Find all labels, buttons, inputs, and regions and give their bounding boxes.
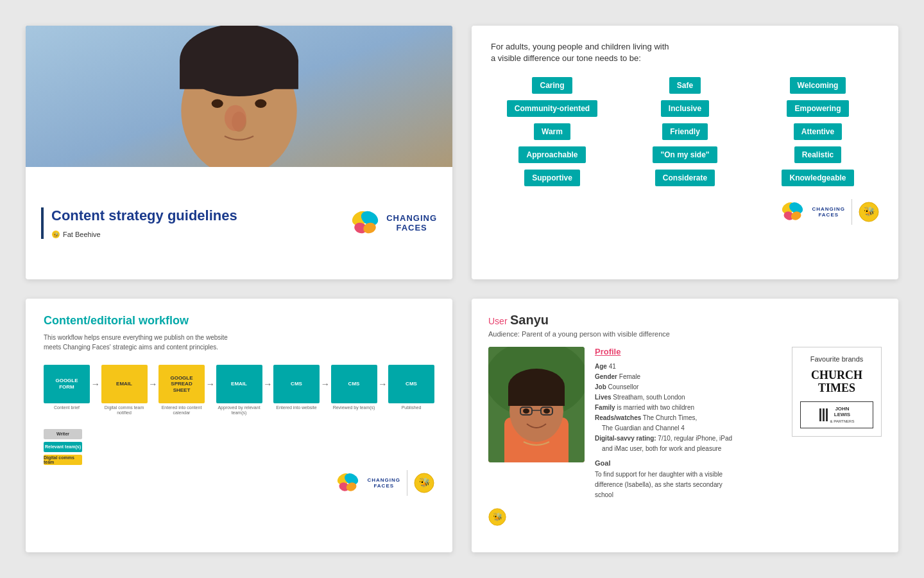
wf-step-1: GOOGLEFORM Content brief [44,365,90,410]
slide-content-area: Content strategy guidelines 🐝 Fat Beehiv… [26,167,452,279]
svg-point-8 [255,100,266,109]
fat-beehive-brand: 🐝 Fat Beehive [51,230,237,239]
tone-tag: Welcoming [790,77,846,94]
changing-faces-logo: CHANGING FACES [349,209,437,238]
svg-text:🐝: 🐝 [419,477,431,488]
user-name: Sanyu [510,313,549,327]
svg-rect-6 [180,60,298,89]
workflow-desc: This workflow helps ensure everything we… [44,333,434,352]
profile-section: Profile Age 41 Gender Female Job Counsel… [595,347,782,500]
tone-tag: Community-oriented [507,100,597,117]
wf-step-7: CMS Published [388,365,434,410]
svg-text:🐝: 🐝 [493,511,503,521]
wf-box: CMS [331,365,377,403]
wf-arrow: → [320,365,331,403]
profile-details: Age 41 Gender Female Job Counsellor Live… [595,362,782,500]
jl-bars [819,408,828,421]
wf-step-4: EMAIL Approved by relevant team(s) [216,365,262,416]
wf-label: Reviewed by team(s) [331,405,377,410]
tone-tag: Safe [669,77,701,94]
slide-content-strategy: Content strategy guidelines 🐝 Fat Beehiv… [26,26,452,279]
slide-workflow: Content/editorial workflow This workflow… [26,299,452,552]
tone-col-3: Welcoming Empowering Attentive Realistic… [757,77,879,186]
logos-row: CHANGING FACES 🐝 [491,199,879,225]
wf-box: EMAIL [101,365,148,403]
tone-tag: "On my side" [653,146,717,163]
user-label: User [488,316,508,326]
svg-point-7 [212,100,223,109]
wf-box: GOOGLEFORM [44,365,90,403]
wf-step-3: GOOGLESPREADSHEET Entered into content c… [158,365,205,416]
john-lewis-logo: JOHNLEWIS& PARTNERS [800,401,873,429]
brands-title: Favourite brands [800,355,873,363]
jl-text: JOHNLEWIS& PARTNERS [830,406,855,425]
slide-tone-of-voice: For adults, young people and children li… [472,26,898,279]
tone-intro: For adults, young people and children li… [491,41,879,64]
svg-rect-34 [508,387,565,406]
tone-tag: Caring [532,77,572,94]
legend-box-team: Relevant team(s) [44,442,82,452]
legend-team: Relevant team(s) [44,442,434,452]
workflow-title: Content/editorial workflow [44,314,434,328]
wf-label: Entered into website [273,405,320,410]
wf-box: CMS [273,365,320,403]
wf-box: CMS [388,365,434,403]
svg-point-10 [225,105,246,132]
legend-box-writer: Writer [44,429,82,439]
wf-arrow: → [377,365,389,403]
slide-title: Content strategy guidelines [51,207,237,224]
svg-text:🐝: 🐝 [864,206,875,217]
tone-tag: Friendly [662,123,708,140]
wf-arrow: → [262,365,274,403]
tone-tag: Approachable [518,146,585,163]
tone-tag: Knowledgeable [782,170,853,186]
wf-arrow: → [148,365,159,403]
user-photo [488,347,585,462]
slide-user-sanyu: User Sanyu Audience: Parent of a young p… [472,299,898,552]
audience-desc: Audience: Parent of a young person with … [488,330,882,338]
main-content: Profile Age 41 Gender Female Job Counsel… [488,347,882,500]
tone-col-2: Safe Inclusive Friendly "On my side" Con… [624,77,746,186]
svg-point-39 [543,408,550,414]
wf-label: Approved by relevant team(s) [216,405,262,416]
tone-tag: Attentive [794,123,842,140]
bottom-logo: 🐝 [488,508,882,529]
svg-text:🐝: 🐝 [53,232,59,238]
tone-tag: Inclusive [661,100,709,117]
svg-point-38 [523,408,529,414]
legend-writer: Writer [44,429,434,439]
hero-image [26,26,452,167]
tone-tag: Warm [534,123,570,140]
wf-label: Entered into content calendar [158,405,205,416]
workflow-flow: GOOGLEFORM Content brief → EMAIL Digital… [44,365,434,416]
tone-tag: Considerate [655,170,715,186]
wf-box: GOOGLESPREADSHEET [158,365,205,403]
brands-box: Favourite brands CHURCHTIMES JOHNLEWIS& … [792,347,882,437]
wf-arrow: → [205,365,216,403]
tone-tag: Supportive [524,170,580,186]
wf-step-2: EMAIL Digital comms team notified [101,365,148,416]
wf-label: Published [388,405,434,410]
workflow-legend: Writer Relevant team(s) Digital comms te… [44,429,434,465]
tone-col-1: Caring Community-oriented Warm Approacha… [491,77,613,186]
user-header: User Sanyu [488,313,882,328]
wf-arrow: → [90,365,101,403]
wf-box: EMAIL [216,365,262,403]
wf-label: Digital comms team notified [101,405,148,416]
tone-grid: Caring Community-oriented Warm Approacha… [491,77,879,186]
tone-tag: Empowering [787,100,848,117]
profile-title: Profile [595,347,782,356]
workflow-logos: CHANGING FACES 🐝 [44,470,434,496]
legend-box-comms: Digital comms team [44,455,82,465]
church-times-name: CHURCHTIMES [800,369,873,395]
wf-step-6: CMS Reviewed by team(s) [331,365,377,410]
tone-tag: Realistic [794,146,841,163]
title-block: Content strategy guidelines 🐝 Fat Beehiv… [41,207,237,238]
legend-comms: Digital comms team [44,455,434,465]
church-times-logo: CHURCHTIMES [800,369,873,395]
wf-step-5: CMS Entered into website [273,365,320,410]
wf-label: Content brief [44,405,90,410]
